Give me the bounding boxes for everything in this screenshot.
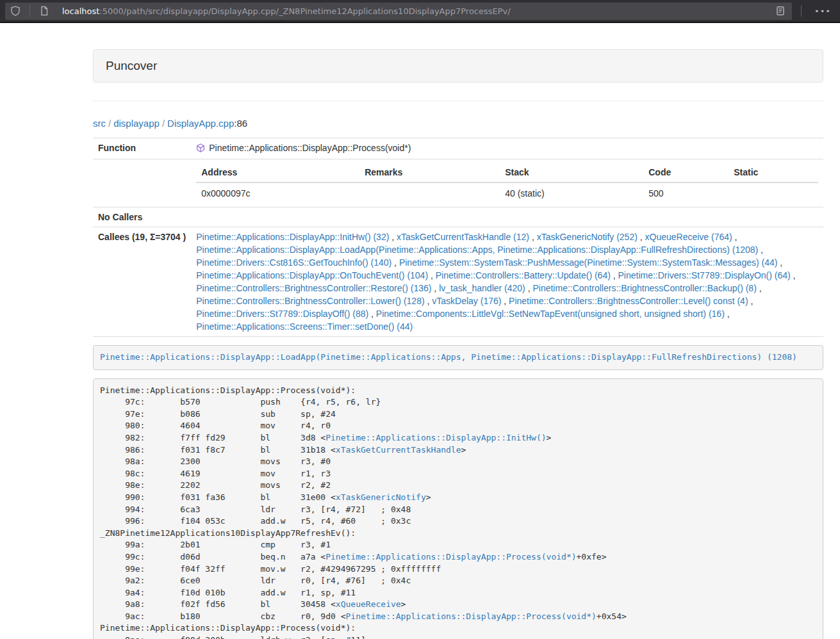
callee-link[interactable]: Pinetime::Applications::Screens::Timer::… (196, 321, 413, 332)
breadcrumb: src/displayapp/DisplayApp.cpp:86 (93, 118, 823, 129)
url-path: :5000/path/src/displayapp/DisplayApp.cpp… (99, 6, 510, 16)
column-header-address: Address (196, 163, 359, 182)
shield-icon[interactable] (10, 6, 21, 16)
callee-link[interactable]: Pinetime::Applications::DisplayApp::OnTo… (196, 270, 428, 280)
url-bar[interactable]: localhost:5000/path/src/displayapp/Displ… (5, 3, 792, 20)
table-row: Callees (19, Σ=3704 ) Pinetime::Applicat… (93, 227, 823, 337)
callee-link[interactable]: xTaskGenericNotify (252) (537, 232, 638, 242)
selected-symbol-box: Pinetime::Applications::DisplayApp::Load… (93, 345, 823, 370)
app-header-panel: Puncover (93, 49, 823, 83)
no-callers-label: No Callers (93, 207, 191, 227)
symbol-link[interactable]: xTaskGenericNotify (336, 492, 426, 502)
selected-symbol-link[interactable]: Pinetime::Applications::DisplayApp::Load… (100, 352, 797, 362)
table-row: No Callers (93, 207, 823, 227)
column-header-code: Code (643, 163, 729, 182)
browser-toolbar: localhost:5000/path/src/displayapp/Displ… (0, 0, 840, 23)
breadcrumb-link-src[interactable]: src (93, 118, 106, 129)
breadcrumb-link-file[interactable]: DisplayApp.cpp (167, 118, 234, 129)
callee-link[interactable]: Pinetime::Drivers::Cst816S::GetTouchInfo… (196, 257, 391, 268)
function-details-table: Address Remarks Stack Code Static 0x0000… (196, 163, 818, 204)
symbol-link[interactable]: Pinetime::Applications::DisplayApp::Proc… (325, 552, 576, 562)
reader-mode-icon[interactable] (775, 6, 786, 16)
cell-code: 500 (643, 182, 729, 204)
breadcrumb-line-number: :86 (234, 118, 247, 129)
callee-link[interactable]: Pinetime::Controllers::BrightnessControl… (196, 283, 431, 293)
column-header-remarks: Remarks (359, 163, 500, 182)
divider (93, 101, 823, 101)
column-header-stack: Stack (500, 163, 643, 182)
callee-link[interactable]: Pinetime::Controllers::Battery::Update()… (436, 270, 611, 280)
column-header-static: Static (729, 163, 818, 182)
callee-link[interactable]: Pinetime::Controllers::BrightnessControl… (196, 296, 424, 306)
callee-link[interactable]: Pinetime::Controllers::BrightnessControl… (509, 296, 748, 306)
callee-link[interactable]: Pinetime::Applications::DisplayApp::Init… (196, 232, 389, 242)
page-actions-menu-icon[interactable]: ••• (811, 6, 835, 16)
callee-link[interactable]: Pinetime::Applications::DisplayApp::Load… (196, 245, 758, 255)
callees-list: Pinetime::Applications::DisplayApp::Init… (191, 227, 823, 337)
breadcrumb-separator: / (160, 118, 167, 129)
callees-label: Callees (19, Σ=3704 ) (93, 227, 191, 337)
url-host: localhost (62, 6, 99, 16)
callee-link[interactable]: vTaskDelay (176) (432, 296, 501, 306)
table-row: Address Remarks Stack Code Static 0x0000… (93, 159, 823, 207)
toolbar-separator (801, 5, 802, 17)
function-table: Function Pinetime::Applications::Display… (93, 138, 823, 337)
url-bar-separator (29, 5, 30, 17)
page-content: Puncover src/displayapp/DisplayApp.cpp:8… (93, 23, 823, 639)
breadcrumb-separator: / (106, 118, 113, 129)
function-label: Function (93, 138, 191, 159)
callee-link[interactable]: Pinetime::Drivers::St7789::DisplayOn() (… (618, 270, 791, 280)
symbol-link[interactable]: xQueueReceive (336, 599, 401, 609)
symbol-link[interactable]: xTaskGetCurrentTaskHandle (336, 445, 461, 455)
cell-static (729, 182, 818, 204)
callee-link[interactable]: xTaskGetCurrentTaskHandle (12) (397, 232, 529, 242)
url-input[interactable]: localhost:5000/path/src/displayapp/Displ… (62, 6, 775, 16)
callee-link[interactable]: lv_task_handler (420) (439, 283, 525, 293)
cell-stack: 40 (static) (500, 182, 643, 204)
assembly-code: Pinetime::Applications::DisplayApp::Proc… (93, 378, 823, 639)
symbol-link[interactable]: Pinetime::Applications::DisplayApp::Proc… (346, 611, 597, 621)
cell-remarks (359, 182, 500, 204)
callee-link[interactable]: Pinetime::Controllers::BrightnessControl… (532, 283, 756, 293)
symbol-cube-icon (196, 143, 205, 152)
table-row: 0x0000097c 40 (static) 500 (196, 182, 818, 204)
symbol-link[interactable]: Pinetime::Applications::DisplayApp::Init… (325, 433, 546, 442)
function-name: Pinetime::Applications::DisplayApp::Proc… (209, 142, 411, 154)
callee-link[interactable]: Pinetime::System::SystemTask::PushMessag… (399, 257, 778, 268)
app-title: Puncover (106, 59, 157, 72)
callee-link[interactable]: xQueueReceive (764) (645, 232, 732, 242)
breadcrumb-link-displayapp[interactable]: displayapp (113, 118, 160, 129)
cell-address: 0x0000097c (196, 182, 359, 204)
callee-link[interactable]: Pinetime::Drivers::St7789::DisplayOff() … (196, 309, 368, 319)
callee-link[interactable]: Pinetime::Components::LittleVgl::SetNewT… (376, 309, 725, 319)
page-info-icon[interactable] (39, 6, 49, 16)
table-row: Function Pinetime::Applications::Display… (93, 138, 823, 159)
